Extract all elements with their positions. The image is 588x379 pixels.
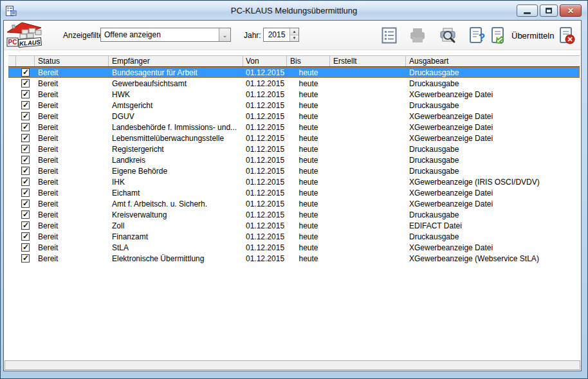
row-checkbox[interactable] — [21, 210, 30, 219]
row-checkbox[interactable] — [21, 101, 30, 109]
row-empfaenger: Kreisverwaltung — [109, 210, 243, 219]
client-area: PC KLAUS Anzeigefilter: Offene anzeigen … — [3, 20, 582, 371]
row-ausgabeart: Druckausgabe — [406, 167, 580, 176]
row-ausgabeart: XGewerbeanzeige Datei — [406, 199, 580, 208]
row-check-cell — [16, 156, 35, 164]
row-status: Bereit — [35, 112, 109, 121]
row-check-cell — [16, 167, 35, 175]
header-checkbox — [16, 56, 35, 66]
table-row[interactable]: Bereit Finanzamt 01.12.2015 heute Drucka… — [8, 231, 580, 242]
help-button[interactable]: ? — [469, 26, 487, 44]
table-row[interactable]: Bereit Elektronische Übermittlung 01.12.… — [8, 253, 580, 264]
header-erstellt[interactable]: Erstellt — [330, 56, 406, 66]
row-checkbox[interactable] — [21, 112, 30, 120]
table-row[interactable]: Bereit DGUV 01.12.2015 heute XGewerbeanz… — [8, 111, 580, 122]
row-von: 01.12.2015 — [243, 134, 287, 143]
row-check-cell — [16, 112, 35, 120]
table-row[interactable]: Bereit Gewerbeaufsichtsamt 01.12.2015 he… — [8, 78, 580, 89]
row-empfaenger: Landesbehörde f. Immissions- und... — [109, 123, 243, 132]
header-empfaenger[interactable]: Empfänger — [109, 56, 243, 66]
row-bis: heute — [287, 221, 330, 230]
row-checkbox[interactable] — [21, 145, 30, 153]
table-row[interactable]: Bereit Eichamt 01.12.2015 heute XGewerbe… — [8, 187, 580, 198]
row-bis: heute — [287, 199, 330, 208]
row-bis: heute — [287, 243, 330, 252]
row-bis: heute — [287, 101, 330, 110]
row-empfaenger: StLA — [109, 243, 243, 252]
table-row[interactable]: Bereit Amtsgericht 01.12.2015 heute Druc… — [8, 100, 580, 111]
row-checkbox[interactable] — [21, 254, 30, 263]
table-row[interactable]: Bereit Zoll 01.12.2015 heute EDIFACT Dat… — [8, 220, 580, 231]
row-bis: heute — [287, 156, 330, 165]
table-row[interactable]: Bereit Landesbehörde f. Immissions- und.… — [8, 122, 580, 133]
table-row[interactable]: Bereit StLA 01.12.2015 heute XGewerbeanz… — [8, 242, 580, 253]
year-spinner[interactable]: 2015 ▲ ▼ — [263, 28, 299, 42]
spin-up-icon[interactable]: ▲ — [290, 28, 299, 35]
chevron-down-icon[interactable]: ⌄ — [219, 28, 230, 41]
table-row[interactable]: Bereit HWK 01.12.2015 heute XGewerbeanze… — [8, 89, 580, 100]
svg-text:✕: ✕ — [567, 35, 573, 43]
row-empfaenger: Amt f. Arbeitsch. u. Sicherh. — [109, 199, 243, 208]
spin-down-icon[interactable]: ▼ — [290, 35, 299, 42]
header-von[interactable]: Von — [243, 56, 287, 66]
row-checkbox[interactable] — [21, 68, 30, 77]
header-status[interactable]: Status — [35, 56, 109, 66]
row-checkbox[interactable] — [21, 134, 30, 142]
row-checkbox[interactable] — [21, 123, 30, 131]
row-checkbox[interactable] — [21, 90, 30, 98]
row-status: Bereit — [35, 167, 109, 176]
row-checkbox[interactable] — [21, 178, 30, 186]
row-ausgabeart: Druckausgabe — [406, 210, 580, 219]
row-status: Bereit — [35, 221, 109, 230]
row-von: 01.12.2015 — [243, 178, 287, 187]
row-checkbox[interactable] — [21, 156, 30, 164]
row-checkbox[interactable] — [21, 221, 30, 230]
row-status: Bereit — [35, 134, 109, 143]
row-von: 01.12.2015 — [243, 232, 287, 241]
app-icon — [5, 5, 17, 17]
close-button[interactable]: ✕ — [560, 5, 582, 17]
maximize-icon — [546, 8, 552, 14]
table-row[interactable]: Bereit Kreisverwaltung 01.12.2015 heute … — [8, 209, 580, 220]
row-checkbox[interactable] — [21, 79, 30, 88]
filter-combobox[interactable]: Offene anzeigen ⌄ — [100, 28, 231, 42]
row-check-cell — [16, 101, 35, 109]
table-header: Status Empfänger Von Bis Erstellt Ausgab… — [8, 55, 580, 67]
table-row[interactable]: Bereit Lebensmittelüberwachungsstelle 01… — [8, 133, 580, 143]
list-button[interactable] — [380, 26, 398, 44]
table-row[interactable]: Bereit Landkreis 01.12.2015 heute Drucka… — [8, 154, 580, 165]
table-row[interactable]: Bereit IHK 01.12.2015 heute XGewerbeanze… — [8, 176, 580, 187]
row-check-cell — [16, 254, 35, 263]
row-checkbox[interactable] — [21, 189, 30, 197]
row-status: Bereit — [35, 156, 109, 165]
table-row[interactable]: Bereit Eigene Behörde 01.12.2015 heute D… — [8, 165, 580, 176]
header-bis[interactable]: Bis — [287, 56, 330, 66]
row-bis: heute — [287, 68, 330, 77]
table-row[interactable]: Bereit Amt f. Arbeitsch. u. Sicherh. 01.… — [8, 198, 580, 209]
row-status: Bereit — [35, 90, 109, 99]
row-ausgabeart: XGewerbeanzeige Datei — [406, 112, 580, 121]
submit-button[interactable]: Übermitteln — [490, 26, 554, 44]
row-checkbox[interactable] — [21, 167, 30, 175]
minimize-button[interactable] — [517, 5, 538, 17]
row-check-cell — [16, 199, 35, 208]
row-status: Bereit — [35, 79, 109, 88]
maximize-button[interactable] — [540, 5, 558, 17]
row-checkbox[interactable] — [21, 199, 30, 208]
row-ausgabeart: Druckausgabe — [406, 145, 580, 154]
row-checkbox[interactable] — [21, 243, 30, 252]
printer-icon — [409, 27, 426, 44]
table-row[interactable]: Bereit Registergericht 01.12.2015 heute … — [8, 143, 580, 154]
list-icon — [381, 27, 397, 44]
row-checkbox[interactable] — [21, 232, 30, 241]
row-empfaenger: DGUV — [109, 112, 243, 121]
print-preview-button[interactable] — [439, 26, 457, 44]
row-check-cell — [16, 210, 35, 219]
row-von: 01.12.2015 — [243, 254, 287, 263]
cancel-icon: ✕ — [558, 26, 576, 44]
year-value: 2015 — [264, 28, 289, 41]
table-row[interactable]: Bereit Bundesagentur für Arbeit 01.12.20… — [8, 67, 580, 78]
year-label: Jahr: — [244, 31, 261, 40]
cancel-button[interactable]: ✕ — [558, 26, 576, 44]
header-ausgabeart[interactable]: Ausgabeart — [406, 56, 580, 66]
